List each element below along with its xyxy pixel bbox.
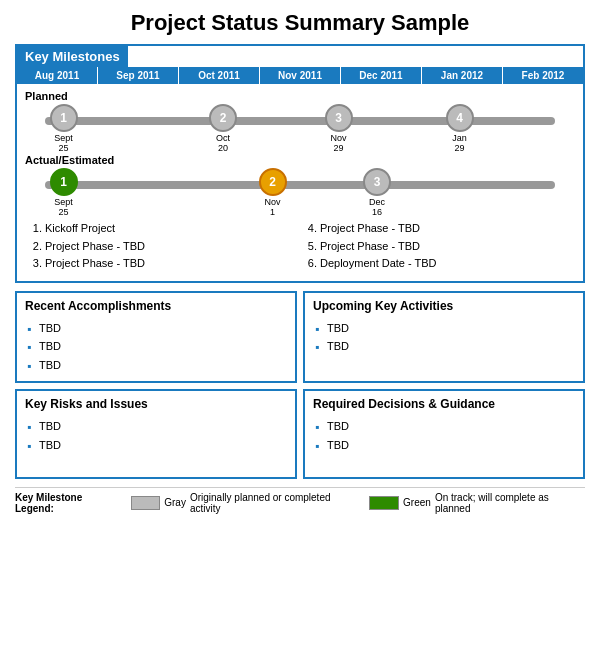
- months-row: Aug 2011Sep 2011Oct 2011Nov 2011Dec 2011…: [17, 67, 583, 84]
- legend-gray-item: Gray Originally planned or completed act…: [131, 492, 362, 514]
- upcoming-list: TBDTBD: [313, 319, 575, 356]
- milestone-date: Nov 29: [330, 133, 346, 153]
- milestone-circle: 1: [50, 168, 78, 196]
- actual-node: 1Sept 25: [50, 168, 78, 217]
- timeline-section: Planned 1Sept 252Oct 203Nov 294Jan 29 Ac…: [17, 90, 583, 212]
- month-cell: Feb 2012: [503, 67, 583, 84]
- milestone-list-item: Project Phase - TBD: [320, 220, 575, 238]
- planned-node: 1Sept 25: [50, 104, 78, 153]
- list-item: TBD: [313, 337, 575, 356]
- month-cell: Aug 2011: [17, 67, 98, 84]
- actual-node: 2Nov 1: [259, 168, 287, 217]
- milestone-list-item: Kickoff Project: [45, 220, 300, 238]
- list-item: TBD: [25, 356, 287, 375]
- milestones-list-left: Kickoff ProjectProject Phase - TBDProjec…: [25, 220, 300, 273]
- list-item: TBD: [25, 436, 287, 455]
- accomplishments-title: Recent Accomplishments: [25, 299, 287, 313]
- planned-track: 1Sept 252Oct 203Nov 294Jan 29: [25, 104, 575, 148]
- milestone-date: Nov 1: [264, 197, 280, 217]
- upcoming-title: Upcoming Key Activities: [313, 299, 575, 313]
- list-item: TBD: [313, 436, 575, 455]
- milestones-list-right: Project Phase - TBDProject Phase - TBDDe…: [300, 220, 575, 273]
- page-title: Project Status Summary Sample: [15, 10, 585, 36]
- milestone-list-item: Project Phase - TBD: [45, 238, 300, 256]
- legend-green-desc: On track; will complete as planned: [435, 492, 585, 514]
- legend-gray-label: Gray: [164, 497, 186, 508]
- milestone-date: Sept 25: [54, 197, 73, 217]
- milestone-list-item: Project Phase - TBD: [45, 255, 300, 273]
- key-milestones-section: Key Milestones Aug 2011Sep 2011Oct 2011N…: [15, 44, 585, 283]
- list-item: TBD: [313, 417, 575, 436]
- list-item: TBD: [25, 417, 287, 436]
- legend-gray-box: [131, 496, 161, 510]
- planned-node: 3Nov 29: [325, 104, 353, 153]
- upcoming-box: Upcoming Key Activities TBDTBD: [303, 291, 585, 383]
- risks-title: Key Risks and Issues: [25, 397, 287, 411]
- milestone-circle: 3: [325, 104, 353, 132]
- month-cell: Oct 2011: [179, 67, 260, 84]
- milestone-circle: 2: [259, 168, 287, 196]
- milestone-circle: 1: [50, 104, 78, 132]
- milestone-date: Sept 25: [54, 133, 73, 153]
- milestone-date: Dec 16: [369, 197, 385, 217]
- km-header: Key Milestones: [17, 46, 128, 67]
- milestone-circle: 4: [446, 104, 474, 132]
- decisions-list: TBDTBD: [313, 417, 575, 454]
- list-item: TBD: [25, 337, 287, 356]
- accomplishments-box: Recent Accomplishments TBDTBDTBD: [15, 291, 297, 383]
- legend-gray-desc: Originally planned or completed activity: [190, 492, 362, 514]
- risks-box: Key Risks and Issues TBDTBD: [15, 389, 297, 479]
- milestone-list-item: Project Phase - TBD: [320, 238, 575, 256]
- month-cell: Sep 2011: [98, 67, 179, 84]
- month-cell: Nov 2011: [260, 67, 341, 84]
- milestone-date: Oct 20: [216, 133, 230, 153]
- list-item: TBD: [313, 319, 575, 338]
- legend-green-item: Green On track; will complete as planned: [369, 492, 585, 514]
- actual-track-line: [45, 181, 555, 189]
- milestone-circle: 2: [209, 104, 237, 132]
- actual-node: 3Dec 16: [363, 168, 391, 217]
- month-cell: Dec 2011: [341, 67, 422, 84]
- risks-list: TBDTBD: [25, 417, 287, 454]
- decisions-title: Required Decisions & Guidance: [313, 397, 575, 411]
- actual-track: 1Sept 252Nov 13Dec 16: [25, 168, 575, 212]
- actual-label: Actual/Estimated: [25, 154, 575, 166]
- accomplishments-list: TBDTBDTBD: [25, 319, 287, 375]
- month-cell: Jan 2012: [422, 67, 503, 84]
- bottom-grid: Recent Accomplishments TBDTBDTBD Upcomin…: [15, 291, 585, 479]
- legend-green-box: [369, 496, 399, 510]
- list-item: TBD: [25, 319, 287, 338]
- planned-node: 2Oct 20: [209, 104, 237, 153]
- planned-label: Planned: [25, 90, 575, 102]
- milestone-circle: 3: [363, 168, 391, 196]
- planned-track-line: [45, 117, 555, 125]
- milestone-date: Jan 29: [452, 133, 467, 153]
- milestones-list: Kickoff ProjectProject Phase - TBDProjec…: [17, 216, 583, 273]
- milestone-list-item: Deployment Date - TBD: [320, 255, 575, 273]
- planned-node: 4Jan 29: [446, 104, 474, 153]
- decisions-box: Required Decisions & Guidance TBDTBD: [303, 389, 585, 479]
- legend-label: Key Milestone Legend:: [15, 492, 123, 514]
- legend-green-label: Green: [403, 497, 431, 508]
- legend-bar: Key Milestone Legend: Gray Originally pl…: [15, 487, 585, 514]
